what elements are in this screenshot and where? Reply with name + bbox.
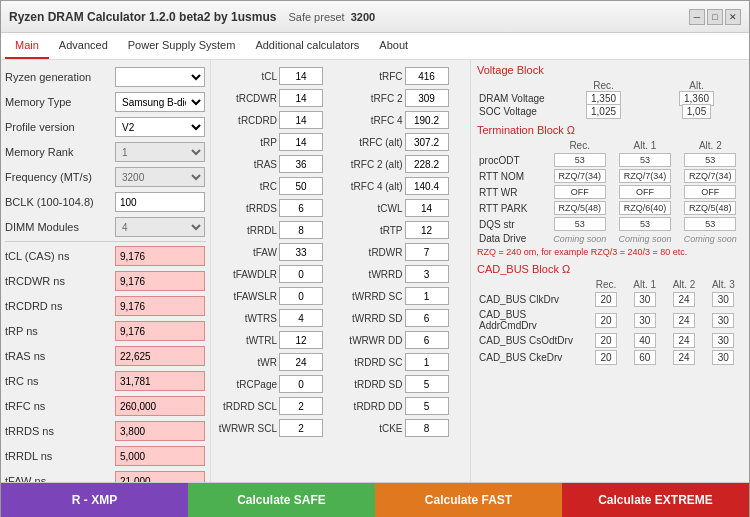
termination-block-title: Termination Block Ω — [477, 124, 743, 136]
trcdrd-input[interactable] — [115, 296, 205, 316]
memory-rank-label: Memory Rank — [5, 146, 115, 158]
tab-main[interactable]: Main — [5, 33, 49, 59]
trfc-label: tRFC ns — [5, 400, 115, 412]
volt-header-empty — [477, 79, 557, 92]
trcdwr-label: tRCDWR ns — [5, 275, 115, 287]
trcdwr-input[interactable] — [115, 271, 205, 291]
timing-tcwl: tCWL — [341, 198, 467, 218]
trdrd-scl-timing-input[interactable] — [279, 397, 323, 415]
twtrl-timing-input[interactable] — [279, 331, 323, 349]
safe-preset-area: Safe preset 3200 — [288, 11, 375, 23]
cad-clkdrv-alt2: 24 — [673, 292, 695, 307]
tfaw-input[interactable] — [115, 471, 205, 482]
trfc2-alt-timing-input[interactable] — [405, 155, 449, 173]
twrwr-scl-timing-input[interactable] — [279, 419, 323, 437]
cad-addrcmd-alt2: 24 — [673, 313, 695, 328]
trrdl-timing-input[interactable] — [279, 221, 323, 239]
twtrs-timing-input[interactable] — [279, 309, 323, 327]
term-table: Rec. Alt. 1 Alt. 2 procODT 53 53 53 — [477, 139, 743, 245]
trdwr-timing-input[interactable] — [405, 243, 449, 261]
trcdwr-timing-input[interactable] — [279, 89, 323, 107]
tfawdlr-timing-input[interactable] — [279, 265, 323, 283]
timing-twrwr-dd: tWRWR DD — [341, 330, 467, 350]
trfc-input[interactable] — [115, 396, 205, 416]
trtp-timing-input[interactable] — [405, 221, 449, 239]
trfc2-timing-input[interactable] — [405, 89, 449, 107]
tcwl-timing-input[interactable] — [405, 199, 449, 217]
profile-version-select[interactable]: V2 — [115, 117, 205, 137]
memory-rank-row: Memory Rank 1 — [5, 141, 206, 163]
trcpage-timing-input[interactable] — [279, 375, 323, 393]
trfc4-timing-input[interactable] — [405, 111, 449, 129]
trdrd-sd-timing-input[interactable] — [405, 375, 449, 393]
trdrd-sc-timing-input[interactable] — [405, 353, 449, 371]
data-drive-alt2: Coming soon — [684, 234, 737, 244]
tab-power-supply[interactable]: Power Supply System — [118, 33, 246, 59]
trrds-timing-input[interactable] — [279, 199, 323, 217]
calculate-extreme-button[interactable]: Calculate EXTREME — [562, 483, 749, 517]
tfaw-timing-input[interactable] — [279, 243, 323, 261]
dimm-modules-select[interactable]: 4 — [115, 217, 205, 237]
memory-type-select[interactable]: Samsung B-die — [115, 92, 205, 112]
trrdl-input[interactable] — [115, 446, 205, 466]
timing-tras: tRAS — [215, 154, 341, 174]
cad-header-rec: Rec. — [587, 278, 625, 291]
tras-label: tRAS ns — [5, 350, 115, 362]
cad-ckedrv-rec: 20 — [595, 350, 617, 365]
timing-twtrl: tWTRL — [215, 330, 341, 350]
timings-grid: tCL tRFC tRCDWR tRFC 2 tRC — [215, 66, 466, 438]
window-title: Ryzen DRAM Calculator 1.2.0 beta2 by 1us… — [9, 10, 276, 24]
trrds-input[interactable] — [115, 421, 205, 441]
tcl-input[interactable] — [115, 246, 205, 266]
calculate-safe-button[interactable]: Calculate SAFE — [188, 483, 375, 517]
tab-additional[interactable]: Additional calculators — [245, 33, 369, 59]
trrdl-label: tRRDL ns — [5, 450, 115, 462]
cad-clkdrv-row: CAD_BUS ClkDrv 20 30 24 30 — [477, 291, 743, 308]
rtt-wr-alt1: OFF — [619, 185, 671, 199]
trfc-timing-input[interactable] — [405, 67, 449, 85]
procodt-alt1: 53 — [619, 153, 671, 167]
rzq-note: RZQ = 240 om, for example RZQ/3 = 240/3 … — [477, 247, 743, 257]
ryzen-gen-label: Ryzen generation — [5, 71, 115, 83]
ryzen-gen-select[interactable] — [115, 67, 205, 87]
close-button[interactable]: ✕ — [725, 9, 741, 25]
tfawslr-timing-input[interactable] — [279, 287, 323, 305]
frequency-select[interactable]: 3200 — [115, 167, 205, 187]
maximize-button[interactable]: □ — [707, 9, 723, 25]
voltage-block-title: Voltage Block — [477, 64, 743, 76]
tcke-timing-input[interactable] — [405, 419, 449, 437]
cad-ckedrv-alt2: 24 — [673, 350, 695, 365]
bclk-input[interactable] — [115, 192, 205, 212]
twrrd-sd-timing-input[interactable] — [405, 309, 449, 327]
trp-input[interactable] — [115, 321, 205, 341]
tab-about[interactable]: About — [369, 33, 418, 59]
cad-clkdrv-alt1: 30 — [634, 292, 656, 307]
trfc-alt-timing-input[interactable] — [405, 133, 449, 151]
trp-timing-input[interactable] — [279, 133, 323, 151]
tcl-timing-input[interactable] — [279, 67, 323, 85]
tras-timing-input[interactable] — [279, 155, 323, 173]
tras-input[interactable] — [115, 346, 205, 366]
timing-tfaw: tFAW — [215, 242, 341, 262]
trcdrd-timing-input[interactable] — [279, 111, 323, 129]
cad-addrcmd-alt1: 30 — [634, 313, 656, 328]
tab-advanced[interactable]: Advanced — [49, 33, 118, 59]
timing-tfawdlr: tFAWDLR — [215, 264, 341, 284]
timing-trdrd-sc: tRDRD SC — [341, 352, 467, 372]
minimize-button[interactable]: ─ — [689, 9, 705, 25]
memory-rank-select[interactable]: 1 — [115, 142, 205, 162]
twrrd-sc-timing-input[interactable] — [405, 287, 449, 305]
twrwr-dd-timing-input[interactable] — [405, 331, 449, 349]
trc-input[interactable] — [115, 371, 205, 391]
rxmp-button[interactable]: R - XMP — [1, 483, 188, 517]
timing-twrrd-sd: tWRRD SD — [341, 308, 467, 328]
twr-timing-input[interactable] — [279, 353, 323, 371]
trdrd-dd-timing-input[interactable] — [405, 397, 449, 415]
trc-timing-input[interactable] — [279, 177, 323, 195]
tcl-label: tCL (CAS) ns — [5, 250, 115, 262]
dqs-str-alt1: 53 — [619, 217, 671, 231]
calculate-fast-button[interactable]: Calculate FAST — [375, 483, 562, 517]
twrrd-timing-input[interactable] — [405, 265, 449, 283]
trfc4-alt-timing-input[interactable] — [405, 177, 449, 195]
rtt-nom-row: RTT NOM RZQ/7(34) RZQ/7(34) RZQ/7(34) — [477, 168, 743, 184]
